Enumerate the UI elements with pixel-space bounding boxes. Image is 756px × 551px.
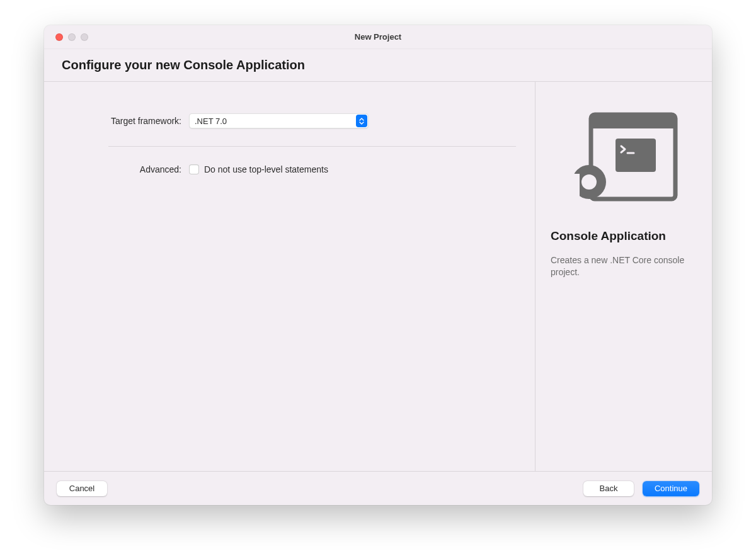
top-level-statements-checkbox[interactable]: [189, 164, 199, 174]
advanced-row: Advanced: Do not use top-level statement…: [63, 164, 516, 174]
traffic-lights: [44, 33, 88, 41]
continue-button[interactable]: Continue: [643, 481, 699, 496]
info-panel: Console Application Creates a new .NET C…: [536, 82, 712, 471]
page-title: Configure your new Console Application: [62, 58, 694, 72]
target-framework-value: .NET 7.0: [189, 113, 369, 128]
target-framework-row: Target framework: .NET 7.0: [63, 113, 516, 128]
window-title: New Project: [44, 32, 712, 42]
template-icon-wrap: [551, 111, 697, 204]
back-button[interactable]: Back: [583, 481, 634, 496]
titlebar: New Project: [44, 25, 712, 49]
maximize-window-button[interactable]: [81, 33, 88, 41]
content-area: Target framework: .NET 7.0 Advanced: Do …: [44, 82, 712, 471]
close-window-button[interactable]: [55, 33, 63, 41]
footer-right: Back Continue: [583, 481, 699, 496]
svg-point-5: [581, 174, 597, 190]
console-application-icon: [567, 111, 680, 204]
target-framework-select[interactable]: .NET 7.0: [189, 113, 369, 128]
divider: [108, 146, 516, 147]
subtitle-bar: Configure your new Console Application: [44, 49, 712, 82]
cancel-button[interactable]: Cancel: [57, 481, 107, 496]
svg-rect-6: [567, 174, 580, 204]
chevron-up-down-icon: [356, 115, 367, 127]
target-framework-label: Target framework:: [63, 116, 189, 126]
minimize-window-button[interactable]: [68, 33, 76, 41]
svg-rect-2: [616, 139, 656, 172]
top-level-statements-label: Do not use top-level statements: [204, 164, 328, 174]
dialog-window: New Project Configure your new Console A…: [44, 25, 712, 505]
template-title: Console Application: [551, 229, 697, 243]
svg-rect-1: [591, 115, 675, 128]
advanced-label: Advanced:: [63, 164, 189, 174]
form-panel: Target framework: .NET 7.0 Advanced: Do …: [44, 82, 536, 471]
template-description: Creates a new .NET Core console project.: [551, 254, 697, 278]
footer: Cancel Back Continue: [44, 471, 712, 505]
